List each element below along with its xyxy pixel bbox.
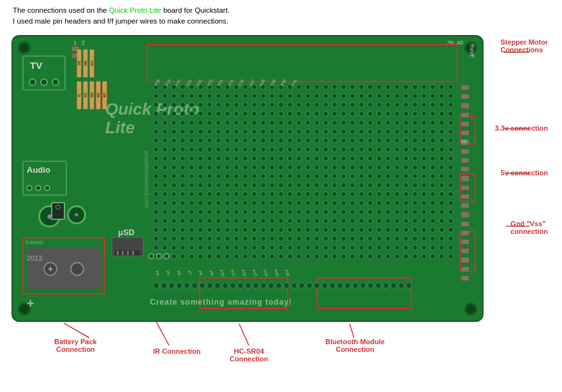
- cap-center-2: [75, 213, 78, 217]
- hole: [448, 102, 454, 108]
- hole: [376, 156, 382, 161]
- hole: [189, 173, 195, 179]
- hole: [260, 93, 266, 99]
- hole: [269, 200, 275, 206]
- usd-label: μSD: [118, 228, 135, 237]
- hole: [251, 236, 257, 242]
- hole: [233, 209, 239, 215]
- hole: [412, 102, 418, 108]
- hole: [242, 218, 248, 224]
- hole: [287, 102, 293, 108]
- bottom-pad: [276, 282, 282, 289]
- ir-row: [148, 253, 186, 259]
- top-num-1: 1: [73, 40, 77, 46]
- hole: [341, 236, 346, 242]
- hole: [225, 236, 230, 242]
- hole: [341, 182, 346, 188]
- hcsr04-label-text: HC-SR04 Connection: [230, 347, 269, 363]
- hole: [314, 93, 320, 99]
- hole: [350, 111, 355, 117]
- hole: [394, 147, 400, 152]
- battery-arrow: [64, 323, 89, 338]
- hole: [242, 84, 248, 90]
- right-pad: [461, 121, 470, 127]
- hole: [296, 129, 302, 134]
- bottom-pad: [161, 282, 167, 289]
- hole: [439, 182, 445, 188]
- hole: [314, 200, 320, 206]
- hole: [225, 164, 230, 170]
- hole: [251, 173, 257, 179]
- hole: [367, 227, 373, 233]
- hole: [242, 245, 248, 250]
- hole: [430, 173, 436, 179]
- ir-arrow: [156, 322, 169, 345]
- hole: [359, 147, 364, 152]
- hole: [350, 156, 355, 161]
- hole: [189, 236, 195, 242]
- stepper-label-text: Stepper Motor Connections: [500, 38, 548, 54]
- hole: [269, 102, 275, 108]
- hole: [233, 102, 239, 108]
- hole: [225, 254, 230, 259]
- bottom-pad: [314, 282, 320, 289]
- hole: [421, 111, 427, 117]
- hole: [251, 191, 257, 197]
- hole: [376, 182, 382, 188]
- hole: [430, 227, 436, 233]
- hole: [180, 227, 186, 233]
- hole: [367, 182, 373, 188]
- hole: [278, 200, 284, 206]
- hole: [207, 129, 212, 134]
- audio-hole-2: [35, 185, 41, 191]
- hole: [207, 93, 212, 99]
- hole: [394, 93, 400, 99]
- hole: [171, 138, 177, 143]
- hole: [180, 156, 186, 161]
- hole: [421, 138, 427, 143]
- hole: [225, 227, 230, 233]
- hole: [207, 147, 212, 152]
- hole: [305, 164, 311, 170]
- header-line1: The connections used on the Quick Proto …: [13, 5, 230, 16]
- hole: [430, 138, 436, 143]
- hole: [430, 111, 436, 117]
- hole: [376, 138, 382, 143]
- hole: [376, 147, 382, 152]
- hole: [260, 209, 266, 215]
- hole: [198, 120, 203, 126]
- hole: [403, 173, 409, 179]
- hole: [314, 227, 320, 233]
- hole: [421, 93, 427, 99]
- website-label: propellerpowered.com: [144, 151, 150, 208]
- bottom-pad: [398, 282, 404, 289]
- usd-pin-2: [122, 251, 124, 255]
- hole: [278, 191, 284, 197]
- hole: [287, 191, 293, 197]
- board-link[interactable]: Quick Proto Lite: [109, 6, 161, 14]
- bottom-pin-label-row: P4P5P6P7P8P9P10P11P12P13P14P15P16: [154, 272, 294, 276]
- hole: [305, 227, 311, 233]
- hole: [376, 227, 382, 233]
- hole: [359, 93, 364, 99]
- hole: [385, 120, 391, 126]
- hole: [367, 254, 373, 259]
- hole: [323, 156, 329, 161]
- hole: [296, 93, 302, 99]
- hole: [180, 236, 186, 242]
- hole: [278, 120, 284, 126]
- hole: [225, 173, 230, 179]
- hole: [376, 120, 382, 126]
- hole: [278, 227, 284, 233]
- hole: [260, 111, 266, 117]
- hole: [412, 164, 418, 170]
- hole: [296, 191, 302, 197]
- hole: [305, 254, 311, 259]
- hole: [171, 102, 177, 108]
- hole: [305, 200, 311, 206]
- corner-hole-tl: [18, 41, 31, 54]
- right-pin-column: [461, 84, 475, 282]
- hole: [403, 164, 409, 170]
- hole: [403, 227, 409, 233]
- bottom-pad: [375, 282, 381, 289]
